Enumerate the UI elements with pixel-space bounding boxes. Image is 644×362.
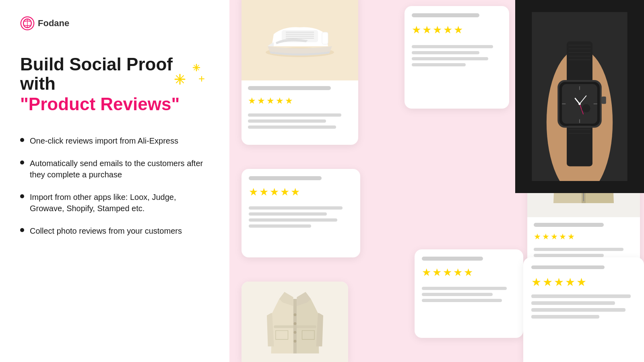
star: ★ [270,186,279,198]
svg-point-43 [582,104,590,113]
star: ★ [433,24,442,36]
bullet-item-2: Automatically send emails to the custome… [20,158,209,180]
star: ★ [543,276,553,289]
star: ★ [576,276,586,289]
star-1: ★ [248,96,256,106]
svg-point-54 [293,322,296,325]
review-title-bar [249,176,322,180]
star-2: ★ [257,96,265,106]
star: ★ [551,232,558,241]
headline-line2: "Product Reviews" [20,94,209,115]
star: ★ [454,24,463,36]
bullet-item-1: One-click reviews import from Ali-Expres… [20,135,209,146]
svg-rect-18 [322,32,328,44]
bullet-text-4: Collect photo reviews from your customer… [30,225,182,237]
star: ★ [412,24,421,36]
bullet-text-2: Automatically send emails to the custome… [30,158,209,180]
left-panel: Fodane Build [0,0,229,362]
bullet-text-1: One-click reviews import from Ali-Expres… [30,135,178,146]
star: ★ [249,186,258,198]
right-panel: ★ ★ ★ ★ ★ ★ ★ ★ ★ ★ [229,0,644,362]
svg-point-55 [293,331,296,334]
svg-rect-30 [567,122,592,167]
star-5: ★ [285,96,293,106]
watch-panel [515,0,644,193]
svg-point-56 [293,340,296,343]
star: ★ [531,276,541,289]
logo-icon [20,16,35,31]
review-lines [249,203,353,231]
star: ★ [565,276,575,289]
logo: Fodane [20,16,209,31]
coat-illustration [267,290,323,354]
star: ★ [432,266,442,279]
logo-text: Fodane [38,18,69,29]
sneaker-image [242,0,358,80]
star: ★ [422,266,431,279]
svg-rect-29 [567,41,592,86]
sneaker-illustration [260,12,340,60]
star: ★ [259,186,268,198]
star: ★ [280,186,289,198]
svg-point-53 [293,313,296,316]
star: ★ [464,266,473,279]
star: ★ [568,232,575,241]
svg-rect-57 [274,325,316,328]
star: ★ [422,24,431,36]
star-4: ★ [276,96,284,106]
sneaker-card: ★ ★ ★ ★ ★ [242,0,358,145]
review-title-bar [412,13,479,17]
star: ★ [291,186,300,198]
coat-image [242,282,348,362]
feature-list: One-click reviews import from Ali-Expres… [20,135,209,237]
product-title-bar [248,86,331,90]
star: ★ [534,232,541,241]
review-card-2: ★ ★ ★ ★ ★ [242,169,360,257]
review-lines-far-right [531,294,636,319]
bullet-item-3: Import from other apps like: Loox, Judge… [20,191,209,214]
svg-point-42 [578,103,580,105]
product-bar [534,223,604,227]
star-3: ★ [266,96,275,106]
bullet-item-4: Collect photo reviews from your customer… [20,225,209,237]
review-card-3-content: ★ ★ ★ ★ ★ [415,249,523,313]
star: ★ [453,266,462,279]
review-lines [412,42,502,70]
star: ★ [554,276,564,289]
review-card-1: ★ ★ ★ ★ ★ [405,6,509,109]
coat-card [242,282,348,362]
review-lines [248,110,352,132]
bullet-dot [20,194,24,198]
review-card-3: ★ ★ ★ ★ ★ [415,249,523,338]
bullet-text-3: Import from other apps like: Loox, Judge… [30,191,209,214]
bullet-dot [20,228,24,232]
star: ★ [443,266,452,279]
review-card-far-right: ★ ★ ★ ★ ★ [523,257,644,362]
watch-illustration [527,12,632,181]
review-title-bar [422,257,483,261]
bullet-dot [20,138,24,142]
review-card-2-content: ★ ★ ★ ★ ★ [242,169,360,238]
svg-rect-34 [602,97,606,104]
star: ★ [559,232,566,241]
review-card-far-right-content: ★ ★ ★ ★ ★ [523,257,644,327]
review-card-1-content: ★ ★ ★ ★ ★ [405,6,509,77]
star: ★ [443,24,452,36]
review-bar [531,265,605,269]
sparkle-decoration [171,62,207,92]
bullet-dot [20,160,24,165]
sneaker-card-content: ★ ★ ★ ★ ★ [242,80,358,138]
review-lines [422,284,516,305]
star: ★ [542,232,549,241]
